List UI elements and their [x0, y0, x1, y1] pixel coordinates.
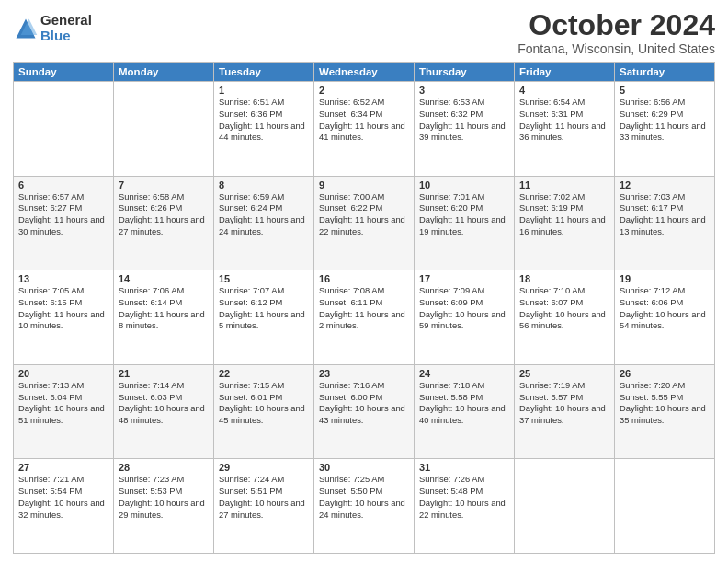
day-number: 25 [519, 368, 609, 379]
day-info: Sunrise: 7:15 AMSunset: 6:01 PMDaylight:… [219, 380, 309, 427]
day-info: Sunrise: 7:01 AMSunset: 6:20 PMDaylight:… [419, 191, 509, 238]
day-info: Sunrise: 6:56 AMSunset: 6:29 PMDaylight:… [620, 97, 710, 144]
day-number: 31 [419, 462, 509, 473]
day-number: 19 [620, 273, 710, 284]
calendar-cell: 9Sunrise: 7:00 AMSunset: 6:22 PMDaylight… [314, 176, 415, 270]
calendar-cell: 19Sunrise: 7:12 AMSunset: 6:06 PMDayligh… [615, 270, 715, 365]
day-number: 13 [18, 273, 108, 284]
day-number: 14 [119, 273, 209, 284]
calendar-cell: 18Sunrise: 7:10 AMSunset: 6:07 PMDayligh… [515, 270, 615, 365]
day-number: 9 [319, 179, 409, 190]
calendar-cell: 23Sunrise: 7:16 AMSunset: 6:00 PMDayligh… [314, 364, 415, 459]
day-number: 6 [18, 179, 108, 190]
day-info: Sunrise: 7:23 AMSunset: 5:53 PMDaylight:… [119, 474, 209, 521]
logo: General Blue [13, 13, 92, 43]
day-number: 10 [419, 179, 509, 190]
calendar-cell: 28Sunrise: 7:23 AMSunset: 5:53 PMDayligh… [114, 459, 214, 554]
calendar-cell: 5Sunrise: 6:56 AMSunset: 6:29 PMDaylight… [615, 82, 715, 177]
header: General Blue October 2024 Fontana, Wisco… [13, 9, 715, 56]
calendar-cell: 25Sunrise: 7:19 AMSunset: 5:57 PMDayligh… [515, 364, 615, 459]
day-info: Sunrise: 7:25 AMSunset: 5:50 PMDaylight:… [319, 474, 409, 521]
day-info: Sunrise: 6:59 AMSunset: 6:24 PMDaylight:… [219, 191, 309, 238]
calendar-cell: 20Sunrise: 7:13 AMSunset: 6:04 PMDayligh… [14, 364, 114, 459]
day-info: Sunrise: 6:52 AMSunset: 6:34 PMDaylight:… [319, 97, 409, 144]
page: General Blue October 2024 Fontana, Wisco… [0, 0, 728, 563]
day-info: Sunrise: 7:08 AMSunset: 6:11 PMDaylight:… [319, 285, 409, 332]
calendar-cell: 4Sunrise: 6:54 AMSunset: 6:31 PMDaylight… [515, 82, 615, 177]
calendar-cell: 8Sunrise: 6:59 AMSunset: 6:24 PMDaylight… [214, 176, 314, 270]
day-info: Sunrise: 7:03 AMSunset: 6:17 PMDaylight:… [620, 191, 710, 238]
calendar-header-row: SundayMondayTuesdayWednesdayThursdayFrid… [14, 63, 715, 82]
day-number: 29 [219, 462, 309, 473]
day-number: 8 [219, 179, 309, 190]
calendar-header-wednesday: Wednesday [314, 63, 415, 82]
day-info: Sunrise: 7:06 AMSunset: 6:14 PMDaylight:… [119, 285, 209, 332]
calendar-week-row: 6Sunrise: 6:57 AMSunset: 6:27 PMDaylight… [14, 176, 715, 270]
calendar-cell: 21Sunrise: 7:14 AMSunset: 6:03 PMDayligh… [114, 364, 214, 459]
day-info: Sunrise: 6:53 AMSunset: 6:32 PMDaylight:… [419, 97, 509, 144]
day-number: 22 [219, 368, 309, 379]
day-number: 18 [519, 273, 609, 284]
calendar-week-row: 27Sunrise: 7:21 AMSunset: 5:54 PMDayligh… [14, 459, 715, 554]
day-info: Sunrise: 7:02 AMSunset: 6:19 PMDaylight:… [519, 191, 609, 238]
day-info: Sunrise: 7:12 AMSunset: 6:06 PMDaylight:… [620, 285, 710, 332]
calendar-cell: 7Sunrise: 6:58 AMSunset: 6:26 PMDaylight… [114, 176, 214, 270]
month-title: October 2024 [518, 9, 715, 41]
calendar-cell: 2Sunrise: 6:52 AMSunset: 6:34 PMDaylight… [314, 82, 415, 177]
title-block: October 2024 Fontana, Wisconsin, United … [518, 9, 715, 56]
day-info: Sunrise: 7:16 AMSunset: 6:00 PMDaylight:… [319, 380, 409, 427]
calendar-cell: 10Sunrise: 7:01 AMSunset: 6:20 PMDayligh… [415, 176, 515, 270]
calendar-cell: 27Sunrise: 7:21 AMSunset: 5:54 PMDayligh… [14, 459, 114, 554]
calendar-cell: 31Sunrise: 7:26 AMSunset: 5:48 PMDayligh… [415, 459, 515, 554]
calendar-cell: 12Sunrise: 7:03 AMSunset: 6:17 PMDayligh… [615, 176, 715, 270]
day-number: 7 [119, 179, 209, 190]
calendar-header-saturday: Saturday [615, 63, 715, 82]
calendar-cell: 30Sunrise: 7:25 AMSunset: 5:50 PMDayligh… [314, 459, 415, 554]
day-number: 16 [319, 273, 409, 284]
day-number: 30 [319, 462, 409, 473]
calendar-cell [114, 82, 214, 177]
day-number: 3 [419, 85, 509, 96]
day-info: Sunrise: 7:18 AMSunset: 5:58 PMDaylight:… [419, 380, 509, 427]
day-info: Sunrise: 7:10 AMSunset: 6:07 PMDaylight:… [519, 285, 609, 332]
calendar-cell: 24Sunrise: 7:18 AMSunset: 5:58 PMDayligh… [415, 364, 515, 459]
calendar-week-row: 1Sunrise: 6:51 AMSunset: 6:36 PMDaylight… [14, 82, 715, 177]
day-info: Sunrise: 7:24 AMSunset: 5:51 PMDaylight:… [219, 474, 309, 521]
day-number: 23 [319, 368, 409, 379]
logo-text: General Blue [40, 13, 92, 43]
calendar-cell: 17Sunrise: 7:09 AMSunset: 6:09 PMDayligh… [415, 270, 515, 365]
calendar-week-row: 20Sunrise: 7:13 AMSunset: 6:04 PMDayligh… [14, 364, 715, 459]
calendar-cell: 26Sunrise: 7:20 AMSunset: 5:55 PMDayligh… [615, 364, 715, 459]
calendar-header-monday: Monday [114, 63, 214, 82]
location: Fontana, Wisconsin, United States [518, 41, 715, 56]
day-number: 2 [319, 85, 409, 96]
day-info: Sunrise: 7:05 AMSunset: 6:15 PMDaylight:… [18, 285, 108, 332]
calendar-cell: 16Sunrise: 7:08 AMSunset: 6:11 PMDayligh… [314, 270, 415, 365]
calendar: SundayMondayTuesdayWednesdayThursdayFrid… [13, 62, 715, 554]
logo-general-label: General [40, 13, 92, 29]
day-number: 24 [419, 368, 509, 379]
calendar-cell: 13Sunrise: 7:05 AMSunset: 6:15 PMDayligh… [14, 270, 114, 365]
day-info: Sunrise: 6:51 AMSunset: 6:36 PMDaylight:… [219, 97, 309, 144]
calendar-week-row: 13Sunrise: 7:05 AMSunset: 6:15 PMDayligh… [14, 270, 715, 365]
day-info: Sunrise: 7:09 AMSunset: 6:09 PMDaylight:… [419, 285, 509, 332]
day-info: Sunrise: 7:19 AMSunset: 5:57 PMDaylight:… [519, 380, 609, 427]
calendar-header-tuesday: Tuesday [214, 63, 314, 82]
logo-blue-label: Blue [40, 29, 92, 44]
day-number: 28 [119, 462, 209, 473]
day-number: 20 [18, 368, 108, 379]
calendar-cell: 6Sunrise: 6:57 AMSunset: 6:27 PMDaylight… [14, 176, 114, 270]
day-number: 27 [18, 462, 108, 473]
day-number: 12 [620, 179, 710, 190]
calendar-cell [515, 459, 615, 554]
day-info: Sunrise: 7:07 AMSunset: 6:12 PMDaylight:… [219, 285, 309, 332]
logo-icon [13, 16, 39, 41]
calendar-cell [615, 459, 715, 554]
calendar-cell: 14Sunrise: 7:06 AMSunset: 6:14 PMDayligh… [114, 270, 214, 365]
day-number: 11 [519, 179, 609, 190]
day-info: Sunrise: 6:58 AMSunset: 6:26 PMDaylight:… [119, 191, 209, 238]
day-number: 26 [620, 368, 710, 379]
calendar-cell: 11Sunrise: 7:02 AMSunset: 6:19 PMDayligh… [515, 176, 615, 270]
calendar-cell: 29Sunrise: 7:24 AMSunset: 5:51 PMDayligh… [214, 459, 314, 554]
day-info: Sunrise: 7:26 AMSunset: 5:48 PMDaylight:… [419, 474, 509, 521]
